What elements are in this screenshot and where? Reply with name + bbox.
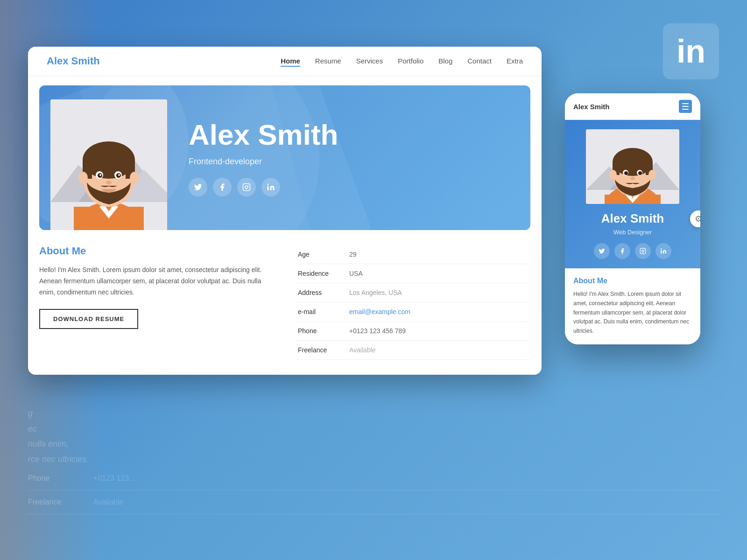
nav-item-home[interactable]: Home <box>281 57 300 65</box>
svg-point-40 <box>624 171 628 175</box>
info-row-freelance: Freelance Available <box>294 341 530 360</box>
info-value-address: Los Angeles, USA <box>345 283 530 302</box>
info-label-email: e-mail <box>294 302 345 322</box>
desktop-brand[interactable]: Alex Smith <box>47 55 100 67</box>
info-row-email: e-mail email@example.com <box>294 302 530 322</box>
bg-blurred-text: g ec nulla enim, rce nec ultricies. <box>28 406 89 467</box>
svg-point-44 <box>642 250 644 252</box>
svg-point-42 <box>630 177 635 180</box>
desktop-mockup: Alex Smith Home Resume Services Portfoli… <box>28 47 542 375</box>
about-heading-colored: Me <box>72 245 86 257</box>
mobile-about-bio: Hello! I'm Alex Smith. Lorem ipsum dolor… <box>573 290 692 336</box>
bg-bottom-content: Phone +0123 123... Freelance Available <box>28 467 719 560</box>
mobile-navbar: Alex Smith <box>565 93 700 120</box>
mobile-avatar-svg <box>586 129 679 204</box>
svg-point-24 <box>268 183 269 185</box>
svg-point-45 <box>644 249 645 250</box>
info-value-age: 29 <box>345 245 530 264</box>
hamburger-line-1 <box>682 103 689 104</box>
info-value-phone: +0123 123 456 789 <box>345 322 530 341</box>
mobile-twitter-icon[interactable] <box>594 243 610 259</box>
nav-item-contact[interactable]: Contact <box>467 57 492 65</box>
brand-first: Alex <box>47 55 68 67</box>
svg-point-19 <box>118 174 120 176</box>
mobile-brand: Alex Smith <box>573 103 610 111</box>
desktop-hero-name: Alex Smith <box>189 119 338 151</box>
download-resume-button[interactable]: DOWNLOAD RESUME <box>39 309 138 329</box>
mobile-facebook-icon[interactable] <box>614 243 630 259</box>
about-heading-plain: About <box>39 245 72 257</box>
svg-point-46 <box>661 248 662 249</box>
brand-last: Smith <box>71 55 100 67</box>
mobile-about-heading: About Me <box>573 277 692 285</box>
svg-point-37 <box>648 170 656 179</box>
bg-freelance-label: Freelance <box>28 498 75 506</box>
desktop-social-icons <box>189 178 338 196</box>
desktop-about-section: About Me Hello! I'm Alex Smith. Lorem ip… <box>28 230 542 375</box>
info-label-phone: Phone <box>294 322 345 341</box>
svg-point-20 <box>106 181 112 184</box>
info-label-age: Age <box>294 245 345 264</box>
about-left: About Me Hello! I'm Alex Smith. Lorem ip… <box>39 245 275 360</box>
hamburger-line-3 <box>682 109 689 110</box>
mobile-social-icons <box>594 243 671 259</box>
nav-links: Home Resume Services Portfolio Blog Cont… <box>281 57 523 65</box>
svg-point-22 <box>245 186 248 189</box>
twitter-icon[interactable] <box>189 178 207 196</box>
info-label-address: Address <box>294 283 345 302</box>
nav-item-resume[interactable]: Resume <box>315 57 341 65</box>
desktop-avatar-svg <box>50 99 167 230</box>
mobile-about-section: About Me Hello! I'm Alex Smith. Lorem ip… <box>565 268 700 344</box>
info-row-residence: Residence USA <box>294 264 530 283</box>
nav-item-portfolio[interactable]: Portfolio <box>398 57 423 65</box>
info-value-email[interactable]: email@example.com <box>345 302 530 322</box>
bg-phone-val: +0123 123... <box>93 474 135 483</box>
mobile-about-plain: About <box>573 277 597 285</box>
info-label-freelance: Freelance <box>294 341 345 360</box>
info-label-residence: Residence <box>294 264 345 283</box>
mobile-linkedin-icon[interactable] <box>655 243 671 259</box>
bg-phone-label: Phone <box>28 474 75 483</box>
mobile-mockup: Alex Smith <box>565 93 700 344</box>
nav-item-services[interactable]: Services <box>356 57 383 65</box>
desktop-navbar: Alex Smith Home Resume Services Portfoli… <box>28 47 542 76</box>
info-value-freelance: Available <box>345 341 530 360</box>
svg-point-13 <box>130 172 139 184</box>
desktop-hero: Alex Smith Frontend-developer <box>39 85 530 230</box>
bg-linkedin-icon: in <box>663 23 719 79</box>
info-value-residence: USA <box>345 264 530 283</box>
svg-rect-43 <box>640 248 646 254</box>
mobile-about-colored: Me <box>597 277 607 285</box>
about-right: Age 29 Residence USA Address Los Angeles… <box>294 245 530 360</box>
info-table: Age 29 Residence USA Address Los Angeles… <box>294 245 530 360</box>
svg-point-41 <box>638 171 642 175</box>
mobile-hero-title: Web Designer <box>613 229 652 236</box>
svg-point-12 <box>78 172 88 184</box>
svg-point-23 <box>248 185 249 186</box>
instagram-icon[interactable] <box>237 178 256 196</box>
svg-rect-21 <box>243 183 250 190</box>
desktop-hero-info: Alex Smith Frontend-developer <box>179 110 347 205</box>
mobile-avatar-wrapper <box>586 129 679 204</box>
mobile-instagram-icon[interactable] <box>635 243 651 259</box>
info-row-phone: Phone +0123 123 456 789 <box>294 322 530 341</box>
bg-freelance-val: Available <box>93 498 124 506</box>
nav-item-extra[interactable]: Extra <box>507 57 523 65</box>
nav-item-blog[interactable]: Blog <box>438 57 452 65</box>
svg-point-18 <box>99 174 101 176</box>
facebook-icon[interactable] <box>213 178 232 196</box>
linkedin-icon[interactable] <box>261 178 280 196</box>
mobile-hero: Alex Smith Web Designer <box>565 120 700 268</box>
svg-point-36 <box>609 170 617 179</box>
about-heading: About Me <box>39 245 275 257</box>
mobile-hero-name: Alex Smith <box>601 211 664 226</box>
info-row-address: Address Los Angeles, USA <box>294 283 530 302</box>
desktop-avatar-wrapper <box>50 99 167 230</box>
desktop-hero-title: Frontend-developer <box>189 157 338 167</box>
info-row-age: Age 29 <box>294 245 530 264</box>
hamburger-line-2 <box>682 106 689 107</box>
about-bio: Hello! I'm Alex Smith. Lorem ipsum dolor… <box>39 265 275 298</box>
mobile-menu-button[interactable] <box>679 100 692 113</box>
gear-icon: ⚙ <box>695 214 700 224</box>
